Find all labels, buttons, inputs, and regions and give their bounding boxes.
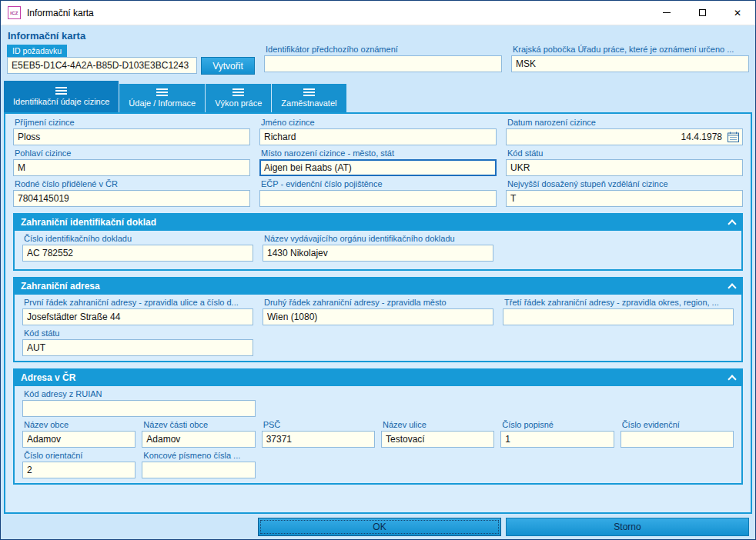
cast-obce-label: Název části obce [143,420,255,429]
vzdelani-field: Nejvyšší dosažený stupeň vzdělání cizinc… [506,179,743,207]
titlebar: ICZ Informační karta ✕ [1,1,755,25]
datum-narozeni-label: Datum narození cizince [507,118,743,127]
krajska-pobocka-input[interactable] [511,55,749,72]
app-logo-icon: ICZ [8,6,21,19]
datum-narozeni-input[interactable] [506,128,743,145]
cast-obce-input[interactable] [142,431,255,448]
minimize-icon [663,12,671,13]
misto-narozeni-label: Místo narození cizince - město, stát [261,148,497,158]
close-button[interactable]: ✕ [720,1,755,25]
tab-content: Příjmení cizince Jméno cizince Datum nar… [4,112,752,514]
page: Informační karta ID požadavku Vytvořit I… [1,25,755,539]
kod-statu-input[interactable] [506,159,743,176]
adresa-radek2-input[interactable] [263,308,493,325]
vytvorit-button[interactable]: Vytvořit [201,57,255,75]
prijmeni-field: Příjmení cizince [13,118,250,145]
obec-label: Název obce [24,420,135,429]
ruian-label: Kód adresy z RUIAN [24,389,256,398]
jmeno-input[interactable] [259,128,497,145]
window-title: Informační karta [27,8,94,18]
cislo-popisne-input[interactable] [500,431,614,448]
list-icon [303,88,315,96]
pohlavi-input[interactable] [13,159,250,176]
psc-label: PSČ [263,420,375,429]
zahranicni-kod-statu-input[interactable] [22,339,253,356]
adresa-radek1-input[interactable] [22,308,253,325]
form-row-3: Rodné číslo přidělené v ČR EČP - evidenč… [13,179,743,207]
cislo-orientacni-label: Číslo orientační [24,451,135,460]
misto-narozeni-field: Místo narození cizince - město, stát [259,148,497,176]
tab-label: Výkon práce [215,98,262,108]
cislo-evidencni-label: Číslo evidenční [622,420,734,429]
adresa-radek2-field: Druhý řádek zahraniční adresy - zpravidl… [263,298,493,325]
collapse-chevron-icon[interactable] [728,219,736,228]
psc-input[interactable] [262,431,375,448]
storno-button[interactable]: Storno [506,518,749,536]
section-title: Zahraniční adresa [21,281,100,292]
prijmeni-input[interactable] [13,128,250,145]
ulice-input[interactable] [381,431,494,448]
cislo-evidencni-input[interactable] [621,431,734,448]
minimize-button[interactable] [649,1,684,25]
misto-narozeni-input[interactable] [259,159,497,176]
krajska-pobocka-field: Krajská pobočka Úřadu práce, které je oz… [511,45,749,75]
adresa-radek3-input[interactable] [503,308,734,325]
collapse-chevron-icon[interactable] [728,283,736,292]
collapse-chevron-icon[interactable] [728,375,736,383]
rodne-cislo-field: Rodné číslo přidělené v ČR [13,179,250,207]
jmeno-field: Jméno cizince [259,118,497,145]
section-body: První řádek zahraniční adresy - zpravidl… [15,295,741,361]
top-form-row: ID požadavku Vytvořit Identifikátor před… [4,44,752,79]
section-zahranicni-adresa: Zahraniční adresa První řádek zahraniční… [13,277,743,362]
koncove-pismeno-input[interactable] [142,462,255,478]
nazev-organu-field: Název vydávajícího orgánu identifikačníh… [263,234,493,262]
calendar-icon[interactable] [728,132,739,142]
ok-button[interactable]: OK [258,518,501,536]
koncove-pismeno-field: Koncové písmeno čísla ... [142,451,255,478]
rodne-cislo-label: Rodné číslo přidělené v ČR [15,179,250,188]
ruian-input[interactable] [22,400,256,417]
form-row-1: Příjmení cizince Jméno cizince Datum nar… [13,118,743,145]
prijmeni-label: Příjmení cizince [15,118,250,127]
cislo-orientacni-input[interactable] [22,462,135,478]
id-pozadavku-input[interactable] [7,57,197,74]
app-logo-text: ICZ [10,11,18,15]
tab-zamestnavatel[interactable]: Zaměstnavatel [272,84,346,112]
section-adresa-cr: Adresa v ČR Kód adresy z RUIAN Název obc… [13,368,743,485]
cislo-popisne-label: Číslo popisné [502,420,614,429]
list-icon [156,88,168,96]
tab-label: Údaje / Informace [129,98,196,108]
tab-bar: Identifikační údaje cizince Údaje / Info… [4,81,752,112]
cislo-dokladu-input[interactable] [22,245,253,262]
zahranicni-kod-statu-field: Kód státu [22,328,253,356]
cast-obce-field: Název části obce [142,420,255,448]
section-zahranicni-doklad-header: Zahraniční identifikační doklad [15,215,741,231]
predchozi-oznameni-input[interactable] [264,55,502,72]
adresa-radek1-label: První řádek zahraniční adresy - zpravidl… [24,298,253,307]
rodne-cislo-input[interactable] [13,190,250,207]
cislo-evidencni-field: Číslo evidenční [621,420,734,448]
form-row-2: Pohlaví cizince Místo narození cizince -… [13,148,743,176]
zahranicni-kod-statu-label: Kód státu [24,328,253,338]
ruian-field: Kód adresy z RUIAN [22,389,256,417]
adresa-radek3-label: Třetí řádek zahraniční adresy - zpravidl… [504,298,734,307]
section-adresa-cr-header: Adresa v ČR [15,370,741,386]
ulice-field: Název ulice [381,420,494,448]
vzdelani-input[interactable] [506,190,743,207]
window: ICZ Informační karta ✕ Informační karta … [0,0,756,540]
tab-udaje-informace[interactable]: Údaje / Informace [119,84,205,112]
cislo-dokladu-field: Číslo identifikačního dokladu [22,234,253,262]
close-icon: ✕ [734,8,741,18]
nazev-organu-input[interactable] [263,245,493,262]
pohlavi-label: Pohlaví cizince [15,148,250,158]
obec-input[interactable] [22,431,135,448]
tab-identifikacni-udaje-cizince[interactable]: Identifikační údaje cizince [4,81,119,112]
ecp-input[interactable] [259,190,497,207]
tab-vykon-prace[interactable]: Výkon práce [206,84,271,112]
vzdelani-label: Nejvyšší dosažený stupeň vzdělání cizinc… [507,179,743,188]
datum-narozeni-field: Datum narození cizince [506,118,743,145]
kod-statu-label: Kód státu [507,148,743,158]
maximize-button[interactable] [684,1,720,25]
section-zahranicni-doklad: Zahraniční identifikační doklad Číslo id… [13,213,743,271]
krajska-pobocka-label: Krajská pobočka Úřadu práce, které je oz… [513,45,749,54]
